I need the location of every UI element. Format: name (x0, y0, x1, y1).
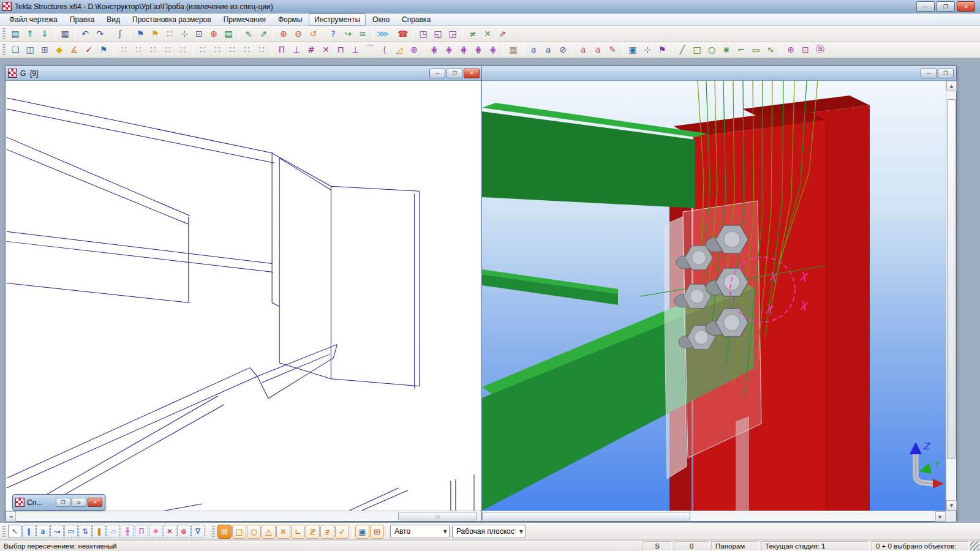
symbol-add-icon[interactable]: ⊹ (640, 43, 655, 56)
redo-icon[interactable]: ↷ (92, 27, 107, 40)
model-window-titlebar[interactable]: — ❐ (482, 66, 956, 81)
report-list-icon[interactable]: ≡ (355, 27, 370, 40)
draw-rect-2-icon[interactable]: ▭ (748, 43, 763, 56)
drawing-hscrollbar[interactable]: ◄ ||| (6, 511, 482, 521)
menu-item-7[interactable]: Инструменты (309, 13, 366, 26)
select-fences-2-icon[interactable]: Π (135, 525, 148, 538)
menu-item-9[interactable]: Справка (396, 13, 436, 26)
drawing-restore-button[interactable]: ❐ (447, 69, 462, 78)
dim-bolt-icon[interactable]: ⊓ (333, 43, 348, 56)
clash-check-icon[interactable]: ✕ (480, 27, 495, 40)
split-view-icon[interactable]: ◫ (23, 43, 37, 56)
restore-button[interactable]: ❐ (937, 1, 955, 12)
capture-screenshot-icon[interactable]: ☎ (396, 27, 410, 40)
select-planes-icon[interactable]: ▱ (107, 525, 120, 538)
mini-restore-button[interactable]: ❐ (56, 498, 70, 507)
grid-view-icon[interactable]: ⊕ (206, 27, 221, 40)
import-drawing-icon[interactable]: ⇑ (23, 27, 37, 40)
view-plane-icon[interactable]: ◆ (52, 43, 67, 56)
zoom-out-icon[interactable]: ⊖ (291, 27, 306, 40)
dim-horizontal-icon[interactable]: Π (274, 43, 289, 56)
dim-arc-icon[interactable]: ⌒ (363, 43, 377, 56)
scroll-down-icon[interactable]: ▼ (946, 500, 957, 511)
arrange-parts-icon[interactable]: ∷ (116, 43, 131, 56)
toolbar-grip[interactable] (2, 28, 6, 39)
draw-polygon-icon[interactable]: ⌐ (734, 43, 748, 56)
snap-perpendicular-icon[interactable]: ∟ (291, 525, 305, 539)
drawing-canvas[interactable] (6, 81, 482, 511)
snap-depth-dropdown[interactable]: Авто ▼ (390, 525, 450, 538)
dim-angle-icon[interactable]: ⟨ (377, 43, 392, 56)
scroll-up-icon[interactable]: ▲ (946, 81, 957, 91)
draw-circle-icon[interactable]: ○ (704, 43, 719, 56)
more-tools-icon[interactable]: ⋙ (375, 27, 390, 40)
text-frame-icon[interactable]: a (541, 43, 556, 56)
drawing-protect-icon[interactable]: ⚑ (148, 27, 162, 40)
create-view-icon[interactable]: ▤ (221, 27, 236, 40)
new-view-icon[interactable]: ❏ (8, 43, 23, 56)
menu-item-6[interactable]: Формы (273, 13, 307, 26)
snap-geometry-icon[interactable]: □ (232, 525, 246, 539)
previous-drawing-icon[interactable]: ⇖ (241, 27, 256, 40)
dim-tick-add-icon[interactable]: ⋕ (427, 43, 442, 56)
select-fences-icon[interactable]: ╫ (121, 525, 134, 538)
draw-rectangle-icon[interactable]: □ (690, 43, 704, 56)
minimize-button[interactable]: — (916, 1, 935, 12)
arrange-rotate-icon[interactable]: ∷ (146, 43, 160, 56)
check-marks-icon[interactable]: ✓ (81, 43, 96, 56)
select-moves-icon[interactable]: ⇅ (78, 525, 92, 538)
dim-tick-edit-icon[interactable]: ⋕ (486, 43, 500, 56)
drawing-properties-icon[interactable]: ⚑ (133, 27, 148, 40)
menu-item-8[interactable]: Окно (367, 13, 395, 26)
menu-item-4[interactable]: Простановка размеров (127, 13, 217, 26)
draw-cloud-icon[interactable]: ∿ (763, 43, 778, 56)
snap-reference-icon[interactable]: ⊠ (217, 525, 232, 539)
place-rotate-icon[interactable]: ∷ (225, 43, 239, 56)
delete-dimension-icon[interactable]: ⊕ (783, 43, 798, 56)
snap-any-icon[interactable]: ✓ (335, 525, 349, 539)
snap-extension-icon[interactable]: Ƶ (306, 525, 320, 539)
select-area-icon[interactable]: ⊡ (192, 27, 206, 40)
dim-tick-remove-icon[interactable]: ⋕ (442, 43, 456, 56)
menu-item-1[interactable]: Файл чертежа (4, 13, 63, 26)
dim-add-icon[interactable]: ⊕ (407, 43, 421, 56)
select-marks-icon[interactable]: ↝ (50, 525, 64, 538)
model-minimize-button[interactable]: — (921, 69, 937, 78)
vscroll-thumb[interactable] (947, 99, 956, 459)
associativity-icon[interactable]: ▦ (506, 43, 521, 56)
select-lines-icon[interactable]: ∥ (22, 525, 36, 538)
select-parts-icon[interactable]: ▭ (64, 525, 78, 538)
place-expand-icon[interactable]: ∷ (254, 43, 269, 56)
toolbar-grip[interactable] (2, 526, 6, 537)
drawing-close-button[interactable]: ✕ (464, 69, 480, 78)
drawing-minimize-button[interactable]: — (429, 69, 445, 78)
dim-slope-icon[interactable]: ◿ (392, 43, 407, 56)
draw-polyline-icon[interactable]: ⋇ (719, 43, 734, 56)
mark-frame-icon[interactable]: a (590, 43, 605, 56)
mark-edit-icon[interactable]: ✎ (605, 43, 620, 56)
interrupt-macro-icon[interactable]: ʃ (113, 27, 127, 40)
place-scatter-icon[interactable]: ∷ (239, 43, 254, 56)
select-cuts-icon[interactable]: ✕ (163, 525, 176, 538)
text-leader-icon[interactable]: a (526, 43, 541, 56)
save-drawing-icon[interactable]: ▦ (58, 27, 72, 40)
menu-item-5[interactable]: Примечания (218, 13, 271, 26)
select-filter-icon[interactable]: ∇ (191, 525, 205, 538)
select-all-icon[interactable]: ↖ (8, 525, 21, 538)
drawing-window-titlebar[interactable]: G [9] — ❐ ✕ (6, 66, 482, 81)
delete-text-icon[interactable]: ⓐ (813, 43, 827, 56)
model-hscrollbar[interactable]: ▶ (482, 511, 956, 521)
mini-close-button[interactable]: ✕ (88, 498, 102, 507)
arrange-expand-icon[interactable]: ∷ (175, 43, 190, 56)
toolbar-grip[interactable] (212, 526, 215, 537)
measure-angle-icon[interactable]: ∡ (67, 43, 81, 56)
select-columns-icon[interactable]: ❚ (92, 525, 106, 538)
export-drawing-icon[interactable]: ⇓ (37, 27, 52, 40)
drawing-list-icon[interactable]: ▤ (8, 27, 23, 40)
zoom-in-icon[interactable]: ⊕ (276, 27, 291, 40)
mark-flag-icon[interactable]: ⚑ (655, 43, 669, 56)
model-vscrollbar[interactable]: ▲ ▼ (946, 81, 956, 511)
dim-vertical-icon[interactable]: ⊥ (289, 43, 304, 56)
menu-item-2[interactable]: Правка (64, 13, 100, 26)
dim-tick-combine-icon[interactable]: ⋕ (456, 43, 471, 56)
